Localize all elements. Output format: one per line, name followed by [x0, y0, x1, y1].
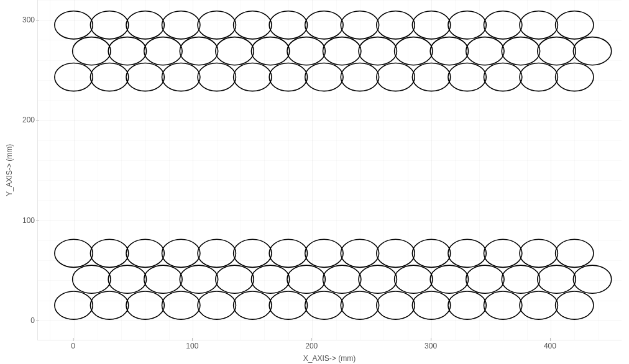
- part-ellipse: [108, 265, 146, 293]
- part-ellipse: [305, 63, 343, 91]
- part-ellipse: [180, 37, 218, 65]
- part-ellipse: [520, 291, 558, 319]
- x-tick: 100: [186, 342, 198, 350]
- part-ellipse: [323, 37, 360, 65]
- part-ellipse: [377, 63, 415, 91]
- part-ellipse: [377, 11, 415, 39]
- part-ellipse: [502, 265, 539, 293]
- y-tick: 100: [22, 216, 35, 225]
- part-ellipse: [502, 37, 539, 65]
- part-ellipse: [162, 291, 200, 319]
- part-ellipse: [466, 265, 504, 293]
- part-ellipse: [573, 37, 611, 65]
- x-tick: 0: [71, 342, 75, 350]
- part-ellipse: [144, 265, 182, 293]
- part-ellipse: [90, 11, 128, 39]
- part-ellipse: [90, 239, 128, 267]
- part-ellipse: [520, 239, 558, 267]
- x-tick: 300: [425, 342, 437, 350]
- part-ellipse: [448, 63, 486, 91]
- x-tick: 400: [544, 342, 556, 350]
- part-ellipse: [377, 239, 415, 267]
- part-ellipse: [234, 239, 272, 267]
- part-ellipse: [162, 63, 200, 91]
- y-axis-label: Y_AXIS-> (mm): [5, 0, 14, 340]
- part-ellipse: [251, 37, 289, 65]
- part-ellipse: [359, 37, 397, 65]
- x-axis-label: X_AXIS-> (mm): [37, 354, 622, 363]
- part-ellipse: [395, 37, 433, 65]
- part-ellipse: [520, 63, 558, 91]
- part-ellipse: [305, 239, 343, 267]
- part-ellipse: [287, 37, 325, 65]
- part-ellipse: [448, 239, 486, 267]
- part-ellipse: [448, 291, 486, 319]
- part-ellipse: [305, 11, 343, 39]
- y-tick: 0: [30, 316, 35, 325]
- part-ellipse: [359, 265, 397, 293]
- part-ellipse: [466, 37, 504, 65]
- part-ellipse: [216, 265, 254, 293]
- part-ellipse: [234, 291, 272, 319]
- part-ellipse: [234, 63, 272, 91]
- part-ellipse: [377, 291, 415, 319]
- part-ellipse: [216, 37, 254, 65]
- chart: 01002003004000100200300 X_AXIS-> (mm) Y_…: [0, 0, 629, 364]
- part-ellipse: [430, 37, 468, 65]
- y-tick: 300: [22, 16, 35, 24]
- part-ellipse: [162, 239, 200, 267]
- part-ellipse: [90, 291, 128, 319]
- plot-area[interactable]: [37, 0, 622, 340]
- part-ellipse: [573, 265, 611, 293]
- part-ellipse: [323, 265, 360, 293]
- part-ellipse: [251, 265, 289, 293]
- part-ellipse: [305, 291, 343, 319]
- part-ellipse: [73, 37, 111, 65]
- part-ellipse: [144, 37, 182, 65]
- x-tick: 200: [305, 342, 318, 350]
- part-ellipse: [287, 265, 325, 293]
- part-ellipse: [162, 11, 200, 39]
- part-ellipse: [538, 37, 576, 65]
- y-tick: 200: [22, 116, 35, 124]
- part-ellipse: [448, 11, 486, 39]
- part-ellipse: [430, 265, 468, 293]
- part-ellipse: [234, 11, 272, 39]
- part-ellipse: [520, 11, 558, 39]
- part-ellipse: [73, 265, 111, 293]
- part-ellipse: [90, 63, 128, 91]
- part-ellipse: [538, 265, 576, 293]
- part-ellipse: [395, 265, 433, 293]
- part-ellipse: [108, 37, 146, 65]
- part-ellipse: [180, 265, 218, 293]
